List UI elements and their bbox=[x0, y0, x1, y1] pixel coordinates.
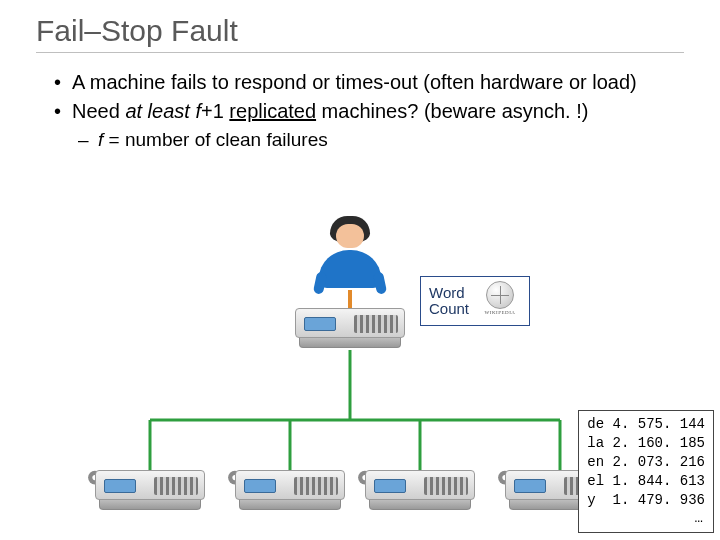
result-row: de 4. 575. 144 bbox=[587, 415, 705, 434]
result-row: en 2. 073. 216 bbox=[587, 453, 705, 472]
bullet-2-seg-b: at least bbox=[125, 100, 189, 122]
bullet-2-sub-b: = number of clean failures bbox=[103, 129, 327, 150]
result-row: la 2. 160. 185 bbox=[587, 434, 705, 453]
bullet-1-text: A machine fails to respond or times-out … bbox=[72, 71, 637, 93]
server-icon bbox=[295, 308, 405, 338]
server-worker-3 bbox=[365, 470, 475, 516]
slide-title: Fail–Stop Fault bbox=[0, 0, 720, 52]
server-master bbox=[295, 308, 405, 354]
wikipedia-caption: WIKIPEDIA bbox=[485, 310, 516, 315]
server-worker-2 bbox=[235, 470, 345, 516]
bullet-2-sub: f = number of clean failures bbox=[54, 127, 690, 153]
bullet-1: A machine fails to respond or times-out … bbox=[54, 69, 690, 96]
result-row: el 1. 844. 613 bbox=[587, 472, 705, 491]
wikipedia-globe-icon: WIKIPEDIA bbox=[479, 281, 521, 321]
bullet-2: Need at least f+1 replicated machines? (… bbox=[54, 98, 690, 125]
bullet-2-seg-e: +1 bbox=[201, 100, 229, 122]
task-label-text: WordCount bbox=[429, 285, 469, 318]
result-ellipsis: … bbox=[587, 509, 705, 528]
bullet-2-seg-g: machines? (beware asynch. !) bbox=[316, 100, 588, 122]
server-worker-1 bbox=[95, 470, 205, 516]
title-rule bbox=[36, 52, 684, 53]
bullet-2-seg-a: Need bbox=[72, 100, 125, 122]
bullet-list: A machine fails to respond or times-out … bbox=[0, 63, 720, 153]
diagram: WordCount WIKIPEDIA de 4. 5 bbox=[0, 210, 720, 540]
results-box: de 4. 575. 144 la 2. 160. 185 en 2. 073.… bbox=[578, 410, 714, 533]
user-avatar bbox=[314, 216, 386, 294]
task-label: WordCount WIKIPEDIA bbox=[420, 276, 530, 326]
result-row: y 1. 479. 936 bbox=[587, 491, 705, 510]
bullet-2-seg-f: replicated bbox=[229, 100, 316, 122]
